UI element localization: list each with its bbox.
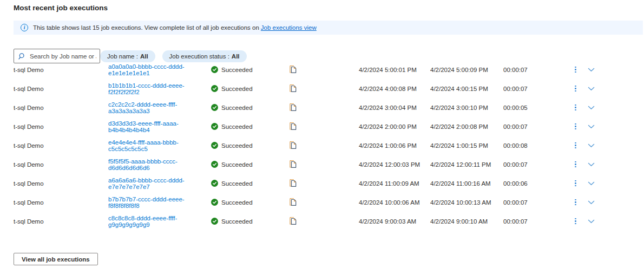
end-time-cell: 4/2/2024 2:00:08 PM <box>430 123 503 130</box>
status-cell: Succeeded <box>211 199 288 206</box>
job-name-cell: t-sql Demo <box>14 199 108 206</box>
row-expand-chevron-down-icon[interactable] <box>587 218 596 225</box>
status-cell: Succeeded <box>211 66 288 73</box>
status-label: Succeeded <box>221 180 253 187</box>
row-menu-ellipsis-icon[interactable] <box>574 198 577 207</box>
filter-label: Job execution status : <box>169 53 229 60</box>
row-expand-chevron-down-icon[interactable] <box>587 180 596 187</box>
copy-icon[interactable] <box>288 179 297 188</box>
row-expand-chevron-down-icon[interactable] <box>587 123 596 130</box>
start-time-cell: 4/2/2024 11:00:09 AM <box>359 180 430 187</box>
status-cell: Succeeded <box>211 218 288 225</box>
start-time-cell: 4/2/2024 10:00:06 AM <box>359 199 430 206</box>
execution-id-link[interactable]: a0a0a0a0-bbbb-cccc-dddd-e1e1e1e1e1e1 <box>108 63 211 76</box>
search-input[interactable] <box>30 53 96 60</box>
start-time-cell: 4/2/2024 2:00:00 PM <box>359 123 430 130</box>
copy-icon[interactable] <box>288 160 297 169</box>
table-row: t-sql Demo d3d3d3d3-eeee-ffff-aaaa-b4b4b… <box>0 117 644 136</box>
status-cell: Succeeded <box>211 104 288 111</box>
status-label: Succeeded <box>221 218 253 225</box>
row-menu-ellipsis-icon[interactable] <box>574 141 577 150</box>
search-icon <box>18 53 26 60</box>
row-menu-ellipsis-icon[interactable] <box>574 103 577 112</box>
row-menu-ellipsis-icon[interactable] <box>574 179 577 188</box>
succeeded-check-icon <box>211 123 218 130</box>
row-menu-ellipsis-icon[interactable] <box>574 217 577 226</box>
end-time-cell: 4/2/2024 11:00:16 AM <box>430 180 503 187</box>
job-executions-panel: Most recent job executions i This table … <box>0 0 644 268</box>
copy-icon[interactable] <box>288 122 297 131</box>
execution-id-link[interactable]: c8c8c8c8-dddd-eeee-ffff-g9g9g9g9g9g9 <box>108 215 211 228</box>
info-banner-text: This table shows last 15 job executions.… <box>33 24 259 31</box>
table-row: t-sql Demo c8c8c8c8-dddd-eeee-ffff-g9g9g… <box>0 212 644 231</box>
copy-icon[interactable] <box>288 217 297 226</box>
start-time-cell: 4/2/2024 9:00:03 AM <box>359 218 430 225</box>
end-time-cell: 4/2/2024 10:00:13 AM <box>430 199 503 206</box>
status-label: Succeeded <box>221 86 253 92</box>
row-actions <box>574 66 612 74</box>
row-expand-chevron-down-icon[interactable] <box>587 161 596 168</box>
succeeded-check-icon <box>211 218 218 225</box>
copy-icon[interactable] <box>288 103 297 112</box>
info-icon: i <box>21 24 28 31</box>
status-label: Succeeded <box>221 123 253 130</box>
status-label: Succeeded <box>221 67 253 73</box>
row-expand-chevron-down-icon[interactable] <box>587 67 596 73</box>
copy-icon[interactable] <box>288 141 297 150</box>
execution-id-link[interactable]: b1b1b1b1-cccc-dddd-eeee-f2f2f2f2f2f2 <box>108 82 211 95</box>
execution-id-link[interactable]: c2c2c2c2-dddd-eeee-ffff-a3a3a3a3a3a3 <box>108 101 211 114</box>
end-time-cell: 4/2/2024 3:00:10 PM <box>430 104 503 111</box>
start-time-cell: 4/2/2024 1:00:06 PM <box>359 142 430 149</box>
view-all-job-executions-button[interactable]: View all job executions <box>14 253 98 265</box>
row-actions <box>574 84 612 93</box>
execution-id-link[interactable]: a6a6a6a6-bbbb-cccc-dddd-e7e7e7e7e7e7 <box>108 177 211 190</box>
job-executions-view-link[interactable]: Job executions view <box>261 24 317 31</box>
row-menu-ellipsis-icon[interactable] <box>574 122 577 131</box>
start-time-cell: 4/2/2024 3:00:04 PM <box>359 104 430 111</box>
row-actions <box>574 141 612 150</box>
table-row: t-sql Demo f5f5f5f5-aaaa-bbbb-cccc-d6d6d… <box>0 155 644 174</box>
duration-cell: 00:00:06 <box>503 180 574 187</box>
copy-icon[interactable] <box>288 65 297 74</box>
table-row: t-sql Demo a6a6a6a6-bbbb-cccc-dddd-e7e7e… <box>0 174 644 193</box>
row-menu-ellipsis-icon[interactable] <box>574 84 577 93</box>
row-expand-chevron-down-icon[interactable] <box>587 199 596 206</box>
succeeded-check-icon <box>211 66 218 73</box>
duration-cell: 00:00:07 <box>503 199 574 206</box>
job-name-cell: t-sql Demo <box>14 123 108 130</box>
row-actions <box>574 122 612 131</box>
start-time-cell: 4/2/2024 12:00:03 PM <box>359 161 430 168</box>
succeeded-check-icon <box>211 142 218 149</box>
job-name-cell: t-sql Demo <box>14 142 108 149</box>
job-name-cell: t-sql Demo <box>14 86 108 92</box>
execution-id-link[interactable]: e4e4e4e4-ffff-aaaa-bbbb-c5c5c5c5c5c5 <box>108 139 211 152</box>
filter-label: Job name : <box>107 53 138 60</box>
end-time-cell: 4/2/2024 4:00:15 PM <box>430 86 503 92</box>
start-time-cell: 4/2/2024 4:00:08 PM <box>359 86 430 92</box>
job-name-cell: t-sql Demo <box>14 218 108 225</box>
duration-cell: 00:00:07 <box>503 67 574 73</box>
row-expand-chevron-down-icon[interactable] <box>587 142 596 149</box>
row-expand-chevron-down-icon[interactable] <box>587 86 596 92</box>
duration-cell: 00:00:05 <box>503 104 574 111</box>
execution-id-link[interactable]: f5f5f5f5-aaaa-bbbb-cccc-d6d6d6d6d6d6 <box>108 158 211 171</box>
row-actions <box>574 198 612 207</box>
duration-cell: 00:00:07 <box>503 86 574 92</box>
copy-icon[interactable] <box>288 198 297 207</box>
job-name-cell: t-sql Demo <box>14 180 108 187</box>
filter-value: All <box>140 53 148 60</box>
table-row: t-sql Demo b7b7b7b7-cccc-dddd-eeee-f8f8f… <box>0 193 644 212</box>
status-cell: Succeeded <box>211 180 288 187</box>
status-label: Succeeded <box>221 161 253 168</box>
end-time-cell: 4/2/2024 9:00:10 AM <box>430 218 503 225</box>
execution-id-link[interactable]: d3d3d3d3-eeee-ffff-aaaa-b4b4b4b4b4b4 <box>108 120 211 133</box>
copy-icon[interactable] <box>288 84 297 93</box>
row-menu-ellipsis-icon[interactable] <box>574 66 577 74</box>
succeeded-check-icon <box>211 104 218 111</box>
job-name-cell: t-sql Demo <box>14 67 108 73</box>
row-expand-chevron-down-icon[interactable] <box>587 104 596 111</box>
table-row: t-sql Demo a0a0a0a0-bbbb-cccc-dddd-e1e1e… <box>0 60 644 79</box>
row-actions <box>574 217 612 226</box>
execution-id-link[interactable]: b7b7b7b7-cccc-dddd-eeee-f8f8f8f8f8f8 <box>108 196 211 209</box>
row-menu-ellipsis-icon[interactable] <box>574 160 577 169</box>
